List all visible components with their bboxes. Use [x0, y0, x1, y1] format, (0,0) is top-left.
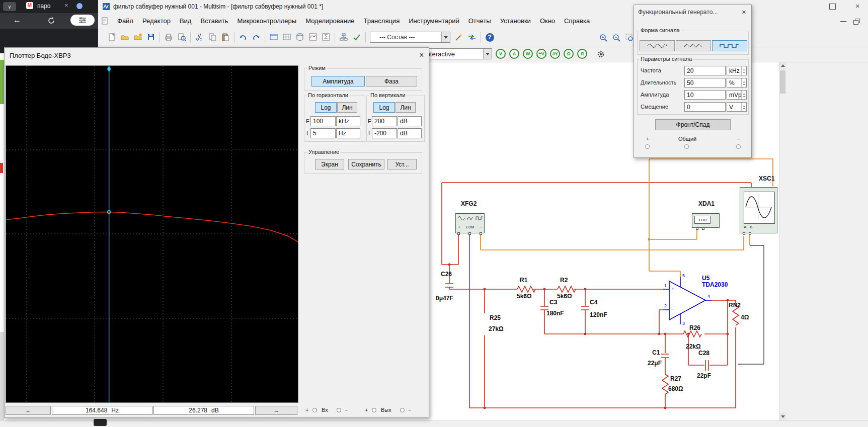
cursor-handle-icon[interactable] [107, 66, 111, 72]
scroll-thumb[interactable] [780, 70, 785, 94]
menu-window[interactable]: Окно [535, 13, 560, 29]
in-use-list-combo[interactable]: --- Состав --- [370, 32, 450, 43]
screen-button[interactable]: Экран [315, 159, 344, 169]
edge-button[interactable]: Фронт/Спад [655, 119, 731, 130]
menu-options[interactable]: Установки [496, 13, 535, 29]
menu-place[interactable]: Вставить [196, 13, 232, 29]
undo-button[interactable] [236, 31, 250, 44]
open-file-button[interactable] [118, 31, 131, 44]
in-minus-terminal[interactable] [337, 408, 341, 412]
amplitude-unit-box[interactable]: mVp▴▾ [727, 90, 747, 100]
taskbar-app-icon[interactable] [94, 419, 107, 426]
h-i-unit-box[interactable]: Hz [336, 128, 360, 138]
amplitude-button[interactable]: Амплитуда [311, 76, 365, 87]
close-button[interactable]: × [855, 2, 860, 10]
menu-reports[interactable]: Отчеты [464, 13, 496, 29]
instrument-xsc1[interactable]: A B [740, 187, 777, 233]
menu-help[interactable]: Справка [560, 13, 594, 29]
transfer-button[interactable] [465, 31, 479, 44]
v-log-button[interactable]: Log [373, 102, 395, 113]
erc-check-button[interactable] [350, 31, 363, 44]
instrument-xda1[interactable]: THD [692, 213, 720, 228]
fungen-dialog-titlebar[interactable]: Функциональный генерато... × [634, 5, 751, 18]
postprocessor-button[interactable] [320, 31, 333, 44]
save-button[interactable] [144, 31, 157, 44]
bode-dialog-titlebar[interactable]: Плоттер Боде-XBP3 × [5, 48, 429, 62]
sim-profile-dropdown[interactable] [483, 49, 492, 59]
database-manager-button[interactable] [293, 31, 306, 44]
open-sample-button[interactable] [131, 31, 144, 44]
cursor-right-button[interactable]: → [255, 406, 297, 415]
phase-button[interactable]: Фаза [366, 76, 417, 87]
filter-pill[interactable] [70, 15, 95, 26]
probe-volt-current-button[interactable]: AY [550, 49, 560, 59]
offset-unit-box[interactable]: V▴▾ [727, 102, 747, 112]
v-lin-button[interactable]: Лин [396, 102, 416, 113]
triangle-wave-button[interactable] [676, 40, 711, 51]
child-restore-button[interactable] [853, 19, 859, 24]
v-i-value-input[interactable]: -200 [372, 128, 397, 138]
menu-tools[interactable]: Инструментарий [404, 13, 464, 29]
amplitude-input[interactable]: 10 [684, 90, 726, 100]
new-file-button[interactable] [105, 31, 118, 44]
tab-close-icon[interactable]: × [64, 2, 68, 9]
v-f-unit-box[interactable]: dB [398, 116, 422, 126]
h-i-value-input[interactable]: 5 [310, 128, 336, 138]
instrument-xfg2[interactable]: + COM − [455, 213, 485, 233]
print-preview-button[interactable] [175, 31, 188, 44]
maximize-button[interactable] [829, 4, 836, 10]
cut-button[interactable] [193, 31, 206, 44]
offset-input[interactable]: 0 [684, 102, 726, 112]
combo-dropdown-button[interactable] [441, 32, 450, 42]
hierarchy-button[interactable] [337, 31, 350, 44]
canvas-vscrollbar[interactable] [779, 62, 786, 420]
spinner-icon[interactable]: ▴▾ [741, 66, 746, 75]
save-trace-button[interactable]: Сохранить [348, 159, 384, 169]
probe-settings-button[interactable] [594, 48, 607, 61]
frequency-input[interactable]: 20 [684, 66, 726, 75]
out-minus-terminal[interactable] [400, 408, 405, 412]
redo-button[interactable] [250, 31, 263, 44]
menu-simulate[interactable]: Моделирование [301, 13, 359, 29]
in-plus-terminal[interactable] [312, 408, 317, 412]
square-wave-button[interactable] [712, 40, 747, 51]
next-tab-favicon[interactable] [76, 3, 83, 9]
h-log-button[interactable]: Log [315, 102, 337, 113]
bode-plot-area[interactable] [6, 65, 298, 403]
bode-close-icon[interactable]: × [419, 51, 424, 60]
fungen-close-icon[interactable]: × [742, 8, 746, 16]
zoom-in-button[interactable] [597, 31, 610, 44]
cursor-left-button[interactable]: ← [6, 406, 51, 415]
settings-button[interactable]: Уст... [387, 159, 417, 169]
duty-input[interactable]: 50 [684, 78, 726, 88]
menu-view[interactable]: Вид [175, 13, 196, 29]
app-titlebar[interactable]: фильтр сабвуфер нужный 001 - Multisim - … [98, 0, 868, 13]
spinner-icon[interactable]: ▴▾ [741, 78, 746, 87]
sine-wave-button[interactable] [640, 40, 675, 51]
fungen-minus-terminal[interactable] [736, 144, 741, 149]
probe-power-button[interactable]: W [523, 49, 533, 59]
help-button[interactable]: ? [483, 31, 496, 44]
component-wizard-button[interactable] [452, 31, 465, 44]
print-button[interactable] [162, 31, 175, 44]
spinner-icon[interactable]: ▴▾ [741, 91, 746, 99]
v-f-value-input[interactable]: 200 [372, 116, 397, 126]
probe-current-button[interactable]: A [509, 49, 519, 59]
menu-edit[interactable]: Редактор [138, 13, 175, 29]
menu-file[interactable]: Файл [113, 13, 138, 29]
menu-transfer[interactable]: Трансляция [359, 13, 404, 29]
fullscreen-button[interactable] [267, 31, 280, 44]
refresh-icon[interactable] [47, 17, 55, 25]
h-f-unit-box[interactable]: kHz [336, 116, 360, 126]
fungen-common-terminal[interactable] [684, 144, 689, 149]
zoom-out-button[interactable] [610, 31, 623, 44]
h-f-value-input[interactable]: 100 [310, 116, 336, 126]
browser-tab-search-button[interactable]: ∨ [3, 2, 16, 11]
probe-diff-voltage-button[interactable]: ±V [536, 49, 546, 59]
frequency-unit-box[interactable]: kHz▴▾ [727, 66, 747, 75]
fungen-plus-terminal[interactable] [645, 144, 650, 149]
h-lin-button[interactable]: Лин [337, 102, 357, 113]
browser-tab-title[interactable]: паро [37, 3, 51, 10]
spinner-icon[interactable]: ▴▾ [741, 103, 746, 111]
scroll-up-button[interactable] [779, 62, 786, 69]
